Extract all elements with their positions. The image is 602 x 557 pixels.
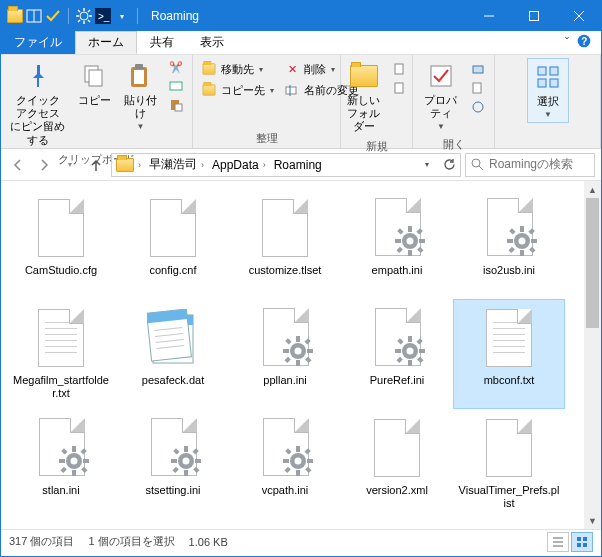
paste-shortcut-button[interactable]	[165, 96, 187, 114]
cut-icon: ✂️	[168, 59, 184, 75]
paste-button[interactable]: 貼り付け ▼	[119, 58, 161, 134]
file-item-selected[interactable]: mbconf.txt	[453, 299, 565, 409]
qat-two-pane-icon[interactable]	[26, 8, 42, 24]
svg-rect-76	[307, 349, 313, 353]
window-title: Roaming	[151, 9, 199, 23]
refresh-button[interactable]	[438, 154, 460, 176]
open-button[interactable]	[467, 60, 489, 78]
file-item[interactable]: PureRef.ini	[341, 299, 453, 409]
crumb-user[interactable]: 早瀬浩司	[149, 156, 197, 173]
svg-rect-127	[577, 543, 581, 547]
scroll-up-button[interactable]: ▲	[584, 181, 601, 198]
svg-rect-77	[285, 338, 291, 344]
file-item[interactable]: stlan.ini	[5, 409, 117, 519]
svg-rect-52	[396, 247, 402, 253]
up-button[interactable]	[85, 154, 107, 176]
pin-quickaccess-button[interactable]: クイック アクセス にピン留めする	[6, 58, 69, 149]
easy-access-button[interactable]	[389, 79, 411, 97]
svg-rect-120	[284, 467, 290, 473]
view-details-button[interactable]	[547, 532, 569, 552]
tab-share[interactable]: 共有	[137, 31, 187, 54]
vertical-scrollbar[interactable]: ▲ ▼	[584, 181, 601, 529]
breadcrumb[interactable]: › 早瀬浩司› AppData› Roaming ▾	[111, 153, 461, 177]
properties-button[interactable]: プロパティ ▼	[418, 58, 463, 134]
file-item[interactable]: config.cnf	[117, 189, 229, 299]
history-button[interactable]	[467, 98, 489, 116]
file-item[interactable]: ppllan.ini	[229, 299, 341, 409]
file-item[interactable]: stsetting.ini	[117, 409, 229, 519]
ribbon-tabs: ファイル ホーム 共有 表示 ˇ ?	[1, 31, 601, 55]
svg-rect-48	[419, 239, 425, 243]
copy-button[interactable]: コピー	[73, 58, 115, 109]
recent-dropdown[interactable]: ▾	[59, 154, 81, 176]
qat-check-icon[interactable]	[45, 8, 61, 24]
svg-rect-88	[417, 357, 423, 363]
crumb-appdata[interactable]: AppData	[212, 158, 259, 172]
svg-rect-90	[396, 357, 402, 363]
gear-icon	[281, 444, 315, 478]
qat-gear-icon[interactable]	[76, 8, 92, 24]
svg-rect-118	[305, 467, 311, 473]
maximize-button[interactable]	[511, 1, 556, 31]
gear-icon	[57, 444, 91, 478]
close-button[interactable]	[556, 1, 601, 31]
copy-path-button[interactable]	[165, 77, 187, 95]
scroll-down-button[interactable]: ▼	[584, 512, 601, 529]
gear-icon	[281, 334, 315, 368]
file-item[interactable]: iso2usb.ini	[453, 189, 565, 299]
scroll-thumb[interactable]	[586, 198, 599, 328]
back-button[interactable]	[7, 154, 29, 176]
file-item[interactable]: customize.tlset	[229, 189, 341, 299]
svg-rect-50	[417, 247, 423, 253]
ribbon: クイック アクセス にピン留めする コピー 貼り付け ▼ ✂️ クリップボード …	[1, 55, 601, 149]
file-item[interactable]: Megafilm_startfolder.txt	[5, 299, 117, 409]
file-pane[interactable]: CamStudio.cfg config.cnf customize.tlset…	[1, 181, 601, 529]
file-item[interactable]: pesafeck.dat	[117, 299, 229, 409]
copyto-button[interactable]: コピー先▾	[198, 81, 277, 99]
crumb-roaming[interactable]: Roaming	[274, 158, 322, 172]
file-item[interactable]: empath.ini	[341, 189, 453, 299]
svg-rect-115	[283, 459, 289, 463]
svg-point-2	[80, 12, 88, 20]
file-item[interactable]: VisualTimer_Prefs.plist	[453, 409, 565, 519]
svg-rect-26	[170, 82, 182, 90]
tab-file[interactable]: ファイル	[1, 31, 75, 54]
new-folder-label: 新しい フォルダー	[346, 94, 382, 134]
search-input[interactable]: Roamingの検索	[465, 153, 595, 177]
svg-rect-40	[550, 79, 558, 87]
file-item[interactable]: version2.xml	[341, 409, 453, 519]
svg-rect-78	[305, 357, 311, 363]
qat-ps-icon[interactable]: >_	[95, 8, 111, 24]
new-item-button[interactable]	[389, 60, 411, 78]
moveto-button[interactable]: 移動先▾	[198, 60, 277, 78]
cut-button[interactable]: ✂️	[165, 58, 187, 76]
svg-rect-104	[184, 470, 188, 476]
select-button[interactable]: 選択 ▼	[527, 58, 569, 123]
help-icon[interactable]: ?	[577, 34, 591, 52]
tab-view[interactable]: 表示	[187, 31, 237, 54]
forward-button[interactable]	[33, 154, 55, 176]
svg-rect-62	[508, 247, 514, 253]
qat-dropdown-icon[interactable]: ▾	[114, 8, 130, 24]
address-dropdown[interactable]: ▾	[416, 154, 438, 176]
svg-rect-39	[538, 79, 546, 87]
svg-rect-95	[59, 459, 65, 463]
paste-icon	[124, 60, 156, 92]
svg-line-8	[88, 20, 90, 22]
view-icons-button[interactable]	[571, 532, 593, 552]
edit-icon	[470, 80, 486, 96]
svg-rect-119	[304, 448, 310, 454]
gear-icon	[505, 224, 539, 258]
ribbon-collapse-icon[interactable]: ˇ	[565, 36, 569, 50]
tab-home[interactable]: ホーム	[75, 31, 137, 54]
minimize-button[interactable]	[466, 1, 511, 31]
paste-shortcut-icon	[168, 97, 184, 113]
file-item[interactable]: vcpath.ini	[229, 409, 341, 519]
edit-button[interactable]	[467, 79, 489, 97]
svg-rect-117	[285, 448, 291, 454]
svg-rect-128	[583, 543, 587, 547]
file-item[interactable]: CamStudio.cfg	[5, 189, 117, 299]
new-folder-button[interactable]: 新しい フォルダー	[343, 58, 385, 136]
folder-icon	[7, 8, 23, 24]
rename-icon	[284, 82, 300, 98]
